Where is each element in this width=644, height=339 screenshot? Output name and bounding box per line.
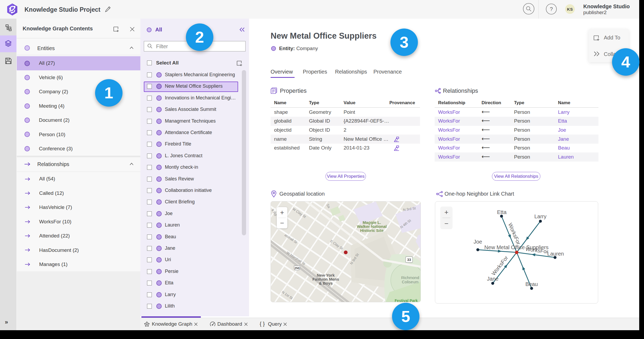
svg-text:Larry: Larry xyxy=(534,213,547,219)
svg-text:Lauren: Lauren xyxy=(547,251,564,257)
svg-text:Coliseum: Coliseum xyxy=(402,280,419,284)
svg-text:Festival Park: Festival Park xyxy=(395,298,418,302)
svg-text:Joe: Joe xyxy=(474,239,482,245)
svg-text:Historic Site: Historic Site xyxy=(360,228,384,233)
svg-text:Richmond: Richmond xyxy=(401,275,419,280)
svg-text:?: ? xyxy=(550,6,553,12)
svg-text:Beau: Beau xyxy=(525,281,538,287)
svg-text:Jane: Jane xyxy=(487,276,498,282)
svg-text:33: 33 xyxy=(407,258,411,262)
svg-text:WorksFor: WorksFor xyxy=(507,222,521,245)
svg-text:Etta: Etta xyxy=(497,209,507,215)
svg-text:250: 250 xyxy=(295,267,299,270)
svg-text:& Boys: & Boys xyxy=(319,281,333,285)
